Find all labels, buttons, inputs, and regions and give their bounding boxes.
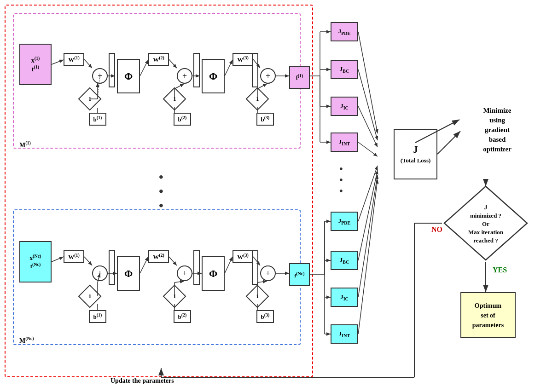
upper-x-label: x(1): [31, 56, 40, 64]
lower-w2-label: W(2): [153, 253, 164, 261]
lower-j-pde: JPDE: [331, 212, 358, 231]
lower-b2-label: b(2): [178, 312, 187, 321]
upper-j-int: JINT: [331, 133, 358, 152]
lower-output-box: f(Nc): [289, 263, 310, 286]
upper-network-label: M(1): [19, 140, 31, 149]
upper-w2-label: W(2): [153, 55, 164, 63]
lower-j-int: JINT: [331, 324, 358, 344]
upper-w2-box: W(2): [148, 53, 169, 66]
upper-w1-box: W(1): [64, 53, 84, 66]
lower-hidden3: [252, 250, 258, 285]
svg-text:minimized ?: minimized ?: [470, 212, 501, 219]
total-loss-box: J (Total Loss): [394, 129, 437, 179]
upper-hidden3: [252, 53, 258, 87]
upper-sum2: +: [177, 68, 192, 84]
lower-w3-box: W(3): [232, 250, 253, 263]
j-dots: •••: [339, 163, 344, 197]
upper-j-bc: JBC: [331, 60, 358, 79]
lower-sum3: +: [260, 265, 276, 281]
upper-b2-label: b(2): [178, 115, 187, 123]
lower-j-ic: JIC: [331, 288, 358, 307]
lower-sum2: +: [177, 265, 192, 281]
upper-input-box: x(1) t(1): [19, 44, 52, 85]
diagram-container: x(1) t(1) W(1) + Φ W(2) + Φ W(3) + 1 b(1…: [0, 0, 558, 392]
lower-hidden2: [193, 250, 200, 285]
upper-hidden2: [193, 53, 200, 87]
svg-line-61: [358, 32, 378, 133]
lower-output-label: f(Nc): [295, 271, 305, 278]
upper-w3-box: W(3): [232, 53, 253, 66]
lower-x-label: x(Nc): [30, 254, 41, 262]
lower-w2-box: W(2): [148, 250, 169, 263]
vertical-dots: •••: [159, 170, 163, 213]
lower-t-label: t(Nc): [30, 262, 41, 270]
svg-line-69: [437, 131, 460, 154]
lower-input-box: x(Nc) t(Nc): [19, 241, 52, 282]
optimum-label: Optimumset ofparameters: [472, 301, 504, 330]
upper-b1-label: b(1): [93, 115, 102, 123]
lower-phi2: Φ: [202, 256, 225, 291]
lower-phi1: Φ: [117, 256, 140, 291]
upper-w1-label: W(1): [68, 55, 80, 63]
upper-b2-box: b(2): [174, 113, 191, 126]
minimize-text: Minimizeusinggradientbasedoptimizer: [460, 106, 534, 154]
lower-b3-label: b(3): [261, 312, 270, 321]
upper-j-pde: JPDE: [331, 22, 358, 41]
svg-text:reached ?: reached ?: [473, 237, 498, 244]
upper-phi1: Φ: [117, 59, 140, 93]
svg-line-64: [358, 142, 378, 156]
decision-diamond-svg: J minimized ? Or Max iteration reached ?: [442, 184, 529, 262]
svg-line-68: [358, 179, 378, 334]
lower-network-label: M(Nc): [19, 336, 34, 345]
svg-line-67: [358, 175, 378, 297]
lower-b3-box: b(3): [256, 310, 274, 323]
total-loss-j: J: [413, 144, 418, 155]
upper-sum1: +: [92, 68, 108, 84]
svg-line-63: [358, 106, 378, 147]
optimum-box: Optimumset ofparameters: [460, 292, 516, 338]
svg-text:J: J: [484, 204, 488, 211]
update-label: Update the parameters: [110, 377, 174, 385]
lower-b1-box: b(1): [89, 310, 106, 323]
upper-b1-box: b(1): [89, 113, 106, 126]
lower-hidden1: [109, 250, 115, 285]
svg-line-66: [358, 170, 378, 260]
svg-line-62: [358, 69, 378, 140]
upper-sum3: +: [260, 68, 276, 84]
yes-label: YES: [493, 266, 507, 274]
upper-output-box: f(1): [289, 66, 310, 89]
upper-hidden1: [109, 53, 115, 87]
upper-b3-label: b(3): [261, 115, 270, 123]
lower-j-bc: JBC: [331, 251, 358, 270]
no-label: NO: [431, 225, 442, 234]
lower-b2-box: b(2): [174, 310, 191, 323]
svg-line-65: [358, 166, 378, 221]
total-loss-label: (Total Loss): [401, 157, 431, 164]
lower-w1-label: W(1): [68, 253, 80, 261]
lower-sum1: +: [92, 265, 108, 281]
svg-text:Max iteration: Max iteration: [468, 229, 504, 236]
upper-t-label: t(1): [32, 64, 39, 73]
svg-text:Or: Or: [482, 220, 489, 227]
upper-phi2: Φ: [202, 59, 225, 93]
lower-w1-box: W(1): [64, 250, 84, 263]
upper-output-label: f(1): [296, 73, 303, 81]
lower-b1-label: b(1): [93, 312, 102, 321]
upper-j-ic: JIC: [331, 97, 358, 116]
upper-w3-label: W(3): [237, 55, 249, 63]
lower-w3-label: W(3): [237, 253, 249, 261]
upper-b3-box: b(3): [256, 113, 274, 126]
